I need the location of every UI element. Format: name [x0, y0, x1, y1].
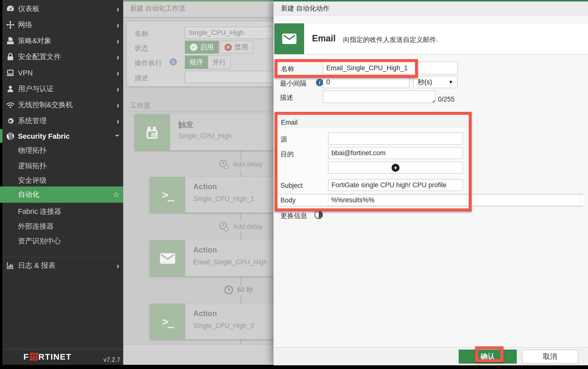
sidebar-item-vpn[interactable]: VPN › [2, 65, 123, 81]
status-disabled-button[interactable]: × 禁用 [219, 41, 253, 54]
sidebar-item-label: 网络 [18, 20, 32, 30]
min-interval-input[interactable] [323, 76, 409, 88]
chevron-right-icon: › [117, 85, 119, 93]
parallel-button[interactable]: 并行 [208, 55, 231, 69]
status-enabled-button[interactable]: ✓ 启用 [185, 41, 219, 54]
plus-icon: + [392, 164, 399, 172]
confirm-button-label: 确认 [481, 352, 495, 362]
cancel-button[interactable]: 取消 [522, 350, 578, 364]
sidebar-item-label: 自动化 [18, 190, 39, 200]
action-node-card[interactable]: Action Email_Single_CPU_High [150, 240, 274, 276]
dialog-footer: 确认 取消 [274, 347, 588, 365]
sidebar-item-log-report[interactable]: 日志 & 报表 › [2, 258, 123, 273]
sidebar-item-label: 系统管理 [18, 116, 47, 126]
logo-letters: RTINET [38, 352, 72, 361]
chevron-right-icon: › [117, 53, 119, 61]
trigger-node-card[interactable]: 触发 Single_CPU_High [135, 114, 274, 150]
check-circle-icon: ✓ [190, 44, 197, 51]
interval-unit-value: 秒(s) [418, 78, 432, 86]
sidebar-item-network[interactable]: 网络 › [2, 17, 123, 33]
email-section-header [275, 113, 472, 128]
add-delay-button[interactable]: Add delay [218, 221, 263, 232]
email-subject-label: Subject [280, 182, 303, 189]
add-recipient-button[interactable]: + [328, 162, 463, 174]
email-subject-input[interactable] [328, 179, 463, 191]
connector-line [241, 339, 241, 344]
sidebar-item-system[interactable]: 系统管理 › [2, 113, 123, 129]
email-destination-input[interactable] [328, 147, 463, 159]
connector-line [241, 232, 241, 240]
sidebar-item-automation[interactable]: 自动化 ☆ [0, 186, 123, 203]
action-node-title: Action [193, 182, 217, 191]
workflow-section-title: 工作流 [130, 101, 150, 110]
sidebar-item-label: 用户与认证 [18, 84, 54, 94]
sidebar-item-users-auth[interactable]: 用户与认证 › [2, 81, 123, 97]
email-icon [150, 240, 185, 276]
sidebar-item-fabric-connectors[interactable]: Fabric 连接器 [2, 204, 123, 219]
sidebar-item-wifi-switch[interactable]: 无线控制&交换机 › [2, 97, 123, 113]
sidebar-item-label: 逻辑拓扑 [18, 161, 47, 171]
resize-handle[interactable] [432, 99, 435, 102]
action-node-card[interactable]: >_ Action Single_CPU_High_2 [150, 304, 274, 339]
cancel-button-label: 取消 [543, 352, 557, 362]
sequential-label: 顺序 [190, 58, 203, 67]
workflow-description-input[interactable] [185, 71, 274, 83]
workflow-panel-title: 新建 自动化工作流 [130, 1, 185, 16]
delay-value-label: 60 秒 [237, 285, 253, 294]
sidebar-item-label: 资产识别中心 [18, 236, 61, 246]
confirm-button[interactable]: 确认 [459, 350, 517, 364]
star-icon[interactable]: ☆ [113, 190, 120, 199]
sidebar-item-label: 安全配置文件 [18, 52, 61, 62]
email-source-label: 源 [280, 135, 287, 144]
sidebar-item-security-rating[interactable]: 安全评级 [2, 173, 123, 188]
sidebar-item-label: Security Fabric [18, 132, 70, 140]
sidebar-item-dashboard[interactable]: 仪表板 › [2, 1, 123, 17]
execution-label: 操作执行 [135, 58, 162, 68]
sidebar-item-security-fabric[interactable]: Security Fabric › [2, 128, 123, 144]
sidebar-item-physical-topology[interactable]: 物理拓扑 [2, 143, 123, 158]
sidebar-divider [2, 257, 123, 257]
sidebar-item-security-profiles[interactable]: 安全配置文件 › [2, 49, 123, 65]
workflow-name-input[interactable] [185, 27, 274, 39]
delay-value[interactable]: 60 秒 [224, 285, 253, 295]
info-icon: i [170, 58, 177, 66]
new-automation-action-dialog: 新建 自动化动作 Email 向指定的收件人发送自定义邮件. 名称 最小间隔 i… [274, 0, 588, 365]
chevron-right-icon: › [117, 21, 119, 29]
chevron-right-icon: › [117, 117, 119, 125]
chevron-right-icon: › [117, 69, 119, 77]
interval-unit-select[interactable]: 秒(s) ▼ [413, 76, 458, 88]
email-source-input[interactable] [328, 133, 463, 145]
sidebar-item-asset-identity-center[interactable]: 资产识别中心 [2, 234, 123, 249]
clock-plus-icon [218, 221, 230, 232]
action-node-title: Action [193, 309, 217, 318]
caret-down-icon: ▼ [448, 79, 453, 85]
security-fabric-icon [6, 132, 15, 141]
vpn-icon [6, 68, 15, 77]
sequential-button[interactable]: 顺序 [185, 55, 208, 69]
sidebar-item-logical-topology[interactable]: 逻辑拓扑 [2, 159, 123, 173]
connector-line [241, 169, 241, 177]
add-delay-button[interactable]: Add delay [218, 159, 263, 170]
sidebar-item-label: VPN [18, 69, 33, 77]
trigger-node-title: 触发 [178, 119, 193, 130]
workflow-panel-footer [123, 344, 274, 365]
action-type-banner: Email 向指定的收件人发送自定义邮件. [274, 23, 588, 54]
action-node-card[interactable]: >_ Action Single_CPU_High_1 [150, 177, 274, 213]
sidebar-divider [2, 349, 123, 350]
email-body-input[interactable] [328, 194, 580, 206]
description-label: 描述 [135, 73, 148, 83]
sidebar: 仪表板 › 网络 › 策略&对象 › 安全配置文件 › VPN › [2, 0, 123, 365]
gear-icon [6, 117, 15, 125]
sidebar-item-policy-objects[interactable]: 策略&对象 › [2, 33, 123, 49]
action-description-input[interactable] [323, 90, 435, 103]
sidebar-item-external-connectors[interactable]: 外部连接器 [2, 219, 123, 234]
action-node-subtitle: Single_CPU_High_2 [193, 322, 254, 330]
replacement-message-toggle[interactable] [314, 211, 323, 219]
action-name-input[interactable] [323, 62, 458, 74]
email-body-label: Body [280, 197, 296, 204]
name-label: 名称 [135, 29, 148, 38]
add-delay-label: Add delay [233, 161, 263, 168]
sidebar-item-label: 外部连接器 [18, 221, 54, 231]
info-icon: i [316, 79, 323, 86]
cli-icon: >_ [150, 304, 185, 339]
